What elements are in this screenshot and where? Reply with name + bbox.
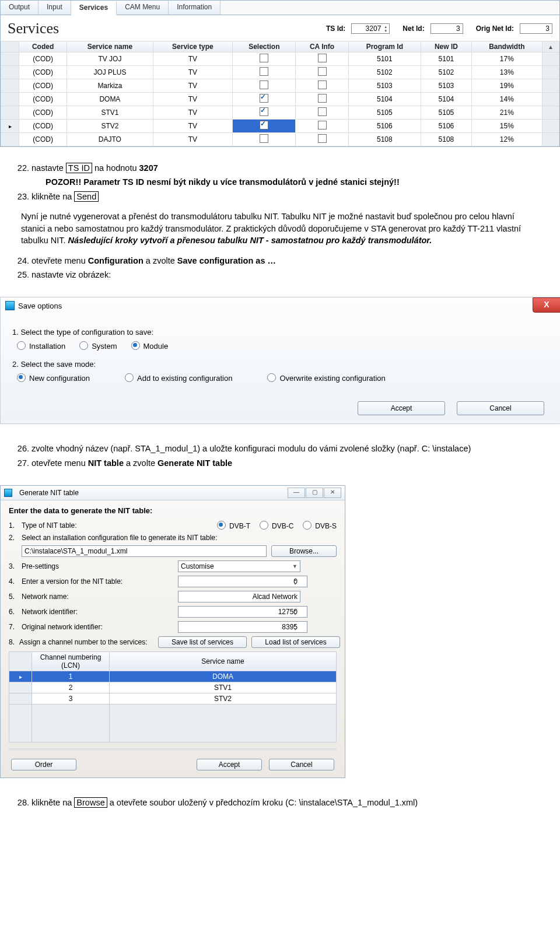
nit-row4-label: Enter a version for the NIT table: xyxy=(22,577,173,586)
col-coded: Coded xyxy=(19,41,67,52)
dialog-title: Save options xyxy=(18,302,62,310)
network-id-spinner[interactable]: ▲▼ xyxy=(292,607,299,618)
minimize-button[interactable]: — xyxy=(288,488,305,498)
accept-button[interactable]: Accept xyxy=(197,759,262,770)
ts-id-spinner[interactable]: ▲▼ xyxy=(382,24,389,34)
step-23: klikněte na Send xyxy=(32,191,539,202)
radio-overwrite-existing-configuration[interactable]: Overwrite existing configuration xyxy=(267,373,385,383)
net-id-label: Net Id: xyxy=(402,24,424,33)
divider xyxy=(9,748,337,751)
orig-network-id-input[interactable] xyxy=(178,621,307,633)
row-caret-icon: ▸ xyxy=(9,123,12,129)
radio-icon xyxy=(217,521,226,530)
col-service-type: Service type xyxy=(153,41,233,52)
nit-lead: Enter the data to generate the NIT table… xyxy=(9,506,337,515)
services-title: Services xyxy=(8,20,313,37)
config-file-input[interactable] xyxy=(22,545,267,557)
save-q2: 2. Select the save mode: xyxy=(12,360,549,369)
table-row[interactable]: ▸1DOMA xyxy=(9,671,337,682)
table-row[interactable]: (COD)DAJTOTV5108510812% xyxy=(1,133,559,146)
services-panel: OutputInputServicesCAM MenuInformation S… xyxy=(0,0,560,147)
table-row[interactable]: 3STV2 xyxy=(9,693,337,704)
radio-icon xyxy=(267,373,276,382)
selection-cell[interactable] xyxy=(233,79,296,93)
table-row[interactable]: (COD)JOJ PLUSTV5102510213% xyxy=(1,66,559,79)
nit-row3-label: Pre-settings xyxy=(22,562,173,570)
selection-cell[interactable] xyxy=(233,93,296,106)
cancel-button[interactable]: Cancel xyxy=(269,759,334,770)
order-button[interactable]: Order xyxy=(11,759,76,770)
col-ca-info: CA Info xyxy=(296,41,348,52)
net-id-input[interactable] xyxy=(430,23,463,34)
radio-icon xyxy=(125,373,134,382)
checkbox-icon xyxy=(260,54,268,62)
tab-input[interactable]: Input xyxy=(38,1,71,15)
network-name-input[interactable] xyxy=(178,591,300,602)
checkbox-icon xyxy=(260,67,268,76)
checkbox-icon xyxy=(318,107,327,116)
presettings-combo[interactable]: Customise▼ xyxy=(178,560,300,572)
radio-add-to-existing-configuration[interactable]: Add to existing configuration xyxy=(125,373,232,383)
ca-info-cell[interactable] xyxy=(296,106,348,120)
maximize-button[interactable]: ▢ xyxy=(306,488,323,498)
step-22: nastavte TS ID na hodnotu 3207 POZOR!! P… xyxy=(32,162,539,188)
ca-info-cell[interactable] xyxy=(296,133,348,146)
radio-new-configuration[interactable]: New configuration xyxy=(17,373,90,383)
nit-row8-label: Assign a channel number to the services: xyxy=(19,638,153,646)
tab-output[interactable]: Output xyxy=(1,1,38,15)
close-button[interactable]: ✕ xyxy=(324,488,341,498)
selection-cell[interactable] xyxy=(233,52,296,66)
radio-dvb-c[interactable]: DVB-C xyxy=(260,521,293,530)
services-table: CodedService nameService typeSelectionCA… xyxy=(1,41,559,146)
load-list-button[interactable]: Load list of services xyxy=(251,636,340,648)
checkbox-icon xyxy=(318,94,327,103)
checkbox-icon xyxy=(318,67,327,76)
tab-information[interactable]: Information xyxy=(169,1,220,15)
cancel-button[interactable]: Cancel xyxy=(457,401,544,415)
table-row[interactable]: ▸(COD)STV2TV5106510615% xyxy=(1,120,559,133)
orig-net-id-input[interactable] xyxy=(520,23,552,34)
table-row[interactable]: (COD)STV1TV5105510521% xyxy=(1,106,559,120)
radio-icon xyxy=(260,521,268,530)
row-caret-icon: ▸ xyxy=(19,674,22,680)
selection-cell[interactable] xyxy=(233,66,296,79)
table-row[interactable]: 2STV1 xyxy=(9,682,337,693)
col-service-name: Service name xyxy=(67,41,153,52)
ca-info-cell[interactable] xyxy=(296,79,348,93)
ca-info-cell[interactable] xyxy=(296,52,348,66)
tab-cam-menu[interactable]: CAM Menu xyxy=(117,1,169,15)
table-row[interactable]: (COD)MarkizaTV5103510319% xyxy=(1,79,559,93)
step-25: nastavte viz obrázek: xyxy=(32,269,539,281)
step-28: klikněte na Browse a otevřete soubor ulo… xyxy=(32,797,539,808)
network-id-input[interactable] xyxy=(178,606,307,618)
ca-info-cell[interactable] xyxy=(296,120,348,133)
checkbox-icon xyxy=(260,80,268,89)
radio-dvb-s[interactable]: DVB-S xyxy=(303,521,337,530)
col-program-id: Program Id xyxy=(348,41,421,52)
close-button[interactable]: X xyxy=(533,297,560,313)
table-row[interactable]: (COD)DOMATV5104510414% xyxy=(1,93,559,106)
accept-button[interactable]: Accept xyxy=(358,401,445,415)
selection-cell[interactable] xyxy=(233,133,296,146)
radio-system[interactable]: System xyxy=(79,341,117,351)
selection-cell[interactable] xyxy=(233,120,296,133)
app-icon xyxy=(5,301,15,310)
browse-button[interactable]: Browse... xyxy=(271,545,337,557)
document-text: nastavte TS ID na hodnotu 3207 POZOR!! P… xyxy=(0,154,560,292)
selection-cell[interactable] xyxy=(233,106,296,120)
radio-module[interactable]: Module xyxy=(131,341,169,351)
table-row[interactable]: (COD)TV JOJTV5101510117% xyxy=(1,52,559,66)
version-spinner[interactable]: ▲▼ xyxy=(292,576,299,588)
nit-version-input[interactable] xyxy=(178,576,307,587)
radio-dvb-t[interactable]: DVB-T xyxy=(217,521,250,530)
chevron-up-icon: ▲ xyxy=(548,44,554,50)
tab-services[interactable]: Services xyxy=(71,1,117,15)
ca-info-cell[interactable] xyxy=(296,66,348,79)
ca-info-cell[interactable] xyxy=(296,93,348,106)
radio-installation[interactable]: Installation xyxy=(17,341,65,351)
orig-net-id-label: Orig Net Id: xyxy=(476,24,514,33)
save-list-button[interactable]: Save list of services xyxy=(158,636,247,648)
app-icon xyxy=(4,489,12,497)
orig-network-id-spinner[interactable]: ▲▼ xyxy=(292,622,299,633)
checkbox-icon xyxy=(318,134,327,143)
